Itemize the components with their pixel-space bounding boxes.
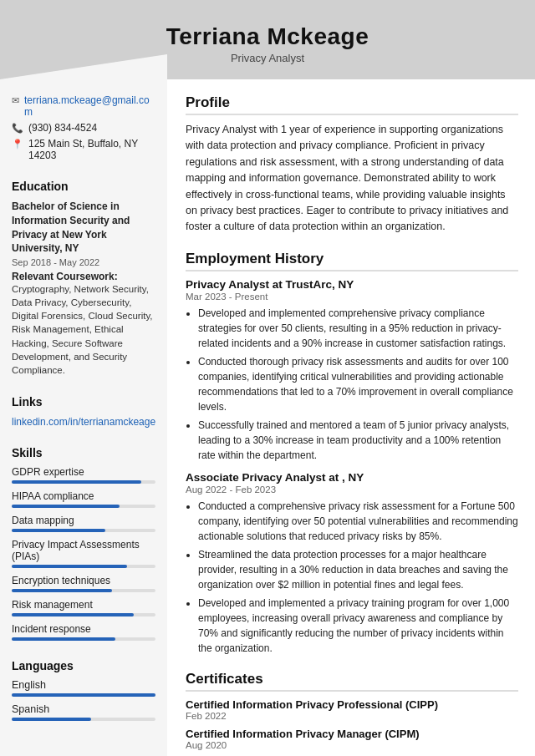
edu-degree: Bachelor of Science in Information Secur… <box>12 200 155 256</box>
skill-bar-bg <box>12 529 155 532</box>
language-label: Spanish <box>12 703 155 715</box>
skill-item: HIPAA compliance <box>12 490 155 508</box>
cert-name: Certified Information Privacy Manager (C… <box>186 728 518 740</box>
profile-section: Profile Privacy Analyst with 1 year of e… <box>186 94 518 236</box>
contact-section: ✉ terriana.mckeage@gmail.com 📞 (930) 834… <box>12 94 155 161</box>
edu-date: Sep 2018 - May 2022 <box>12 257 155 267</box>
skill-bar-bg <box>12 613 155 616</box>
address-contact: 📍 125 Main St, Buffalo, NY 14203 <box>12 138 155 161</box>
job-bullets: Developed and implemented comprehensive … <box>186 306 518 463</box>
email-contact: ✉ terriana.mckeage@gmail.com <box>12 94 155 118</box>
language-item: English <box>12 679 155 697</box>
language-bar-bg <box>12 718 155 721</box>
language-item: Spanish <box>12 703 155 721</box>
skill-bar-fill <box>12 529 105 532</box>
language-bar-bg <box>12 693 155 697</box>
skill-label: GDPR expertise <box>12 466 155 478</box>
skill-item: Incident response <box>12 623 155 641</box>
language-bar-fill <box>12 693 155 697</box>
job-bullet: Developed and implemented a privacy trai… <box>198 596 518 656</box>
education-title: Education <box>12 180 155 193</box>
profile-text: Privacy Analyst with 1 year of experienc… <box>186 122 518 236</box>
skills-list: GDPR expertise HIPAA compliance Data map… <box>12 466 155 641</box>
edu-coursework: Cryptography, Network Security, Data Pri… <box>12 282 155 377</box>
linkedin-link[interactable]: linkedin.com/in/terrianamckeage <box>12 416 155 428</box>
skill-bar-bg <box>12 480 155 484</box>
skills-title: Skills <box>12 446 155 459</box>
skill-bar-fill <box>12 589 112 592</box>
job-bullet: Conducted a comprehensive privacy risk a… <box>198 499 518 544</box>
edu-coursework-label: Relevant Coursework: <box>12 271 155 282</box>
job-bullet: Conducted thorough privacy risk assessme… <box>198 354 518 414</box>
languages-section: Languages English Spanish <box>12 659 155 721</box>
skill-label: Incident response <box>12 623 155 635</box>
jobs-list: Privacy Analyst at TrustArc, NY Mar 2023… <box>186 278 518 656</box>
skill-label: Encryption techniques <box>12 575 155 586</box>
skill-bar-bg <box>12 637 155 641</box>
employment-section-title: Employment History <box>186 251 518 271</box>
sidebar: ✉ terriana.mckeage@gmail.com 📞 (930) 834… <box>0 79 167 756</box>
header-triangle-decoration <box>0 54 167 79</box>
skill-item: Risk management <box>12 599 155 616</box>
job-title: Privacy Analyst at TrustArc, NY <box>186 278 518 291</box>
job-date: Mar 2023 - Present <box>186 292 518 302</box>
languages-list: English Spanish <box>12 679 155 721</box>
skill-label: Risk management <box>12 599 155 611</box>
skill-item: GDPR expertise <box>12 466 155 484</box>
job-entry: Privacy Analyst at TrustArc, NY Mar 2023… <box>186 278 518 463</box>
skills-section: Skills GDPR expertise HIPAA compliance D… <box>12 446 155 641</box>
links-section: Links linkedin.com/in/terrianamckeage <box>12 395 155 428</box>
job-date: Aug 2022 - Feb 2023 <box>186 485 518 495</box>
skill-item: Privacy Impact Assessments (PIAs) <box>12 539 155 568</box>
cert-entry: Certified Information Privacy Profession… <box>186 698 518 721</box>
email-link[interactable]: terriana.mckeage@gmail.com <box>24 94 155 118</box>
email-icon: ✉ <box>12 95 19 106</box>
cert-date: Aug 2020 <box>186 740 518 750</box>
main-content: Profile Privacy Analyst with 1 year of e… <box>167 79 535 756</box>
skill-bar-fill <box>12 637 115 641</box>
skill-bar-fill <box>12 613 134 616</box>
job-entry: Associate Privacy Analyst at , NY Aug 20… <box>186 471 518 656</box>
job-bullets: Conducted a comprehensive privacy risk a… <box>186 499 518 656</box>
skill-bar-fill <box>12 505 120 508</box>
profile-section-title: Profile <box>186 94 518 115</box>
skill-bar-fill <box>12 480 141 484</box>
job-bullet: Streamlined the data protection processe… <box>198 547 518 592</box>
cert-name: Certified Information Privacy Profession… <box>186 698 518 711</box>
education-section: Education Bachelor of Science in Informa… <box>12 180 155 377</box>
language-bar-fill <box>12 718 91 721</box>
skill-label: Data mapping <box>12 515 155 526</box>
job-bullet: Developed and implemented comprehensive … <box>198 306 518 351</box>
employment-section: Employment History Privacy Analyst at Tr… <box>186 251 518 656</box>
candidate-name: Terriana Mckeage <box>17 23 518 50</box>
skill-label: HIPAA compliance <box>12 490 155 502</box>
cert-entry: Certified Information Privacy Manager (C… <box>186 728 518 750</box>
phone-value: (930) 834-4524 <box>28 122 97 134</box>
skill-item: Encryption techniques <box>12 575 155 592</box>
cert-date: Feb 2022 <box>186 711 518 721</box>
skill-bar-fill <box>12 565 127 568</box>
phone-contact: 📞 (930) 834-4524 <box>12 122 155 134</box>
resume-header: Terriana Mckeage Privacy Analyst <box>0 0 535 79</box>
language-label: English <box>12 679 155 691</box>
job-bullet: Successfully trained and mentored a team… <box>198 418 518 463</box>
skill-bar-bg <box>12 505 155 508</box>
phone-icon: 📞 <box>12 123 23 134</box>
skill-bar-bg <box>12 565 155 568</box>
skill-bar-bg <box>12 589 155 592</box>
skill-item: Data mapping <box>12 515 155 532</box>
linkedin-link-item: linkedin.com/in/terrianamckeage <box>12 415 155 428</box>
job-title: Associate Privacy Analyst at , NY <box>186 471 518 484</box>
languages-title: Languages <box>12 659 155 672</box>
certificates-section-title: Certificates <box>186 671 518 692</box>
skill-label: Privacy Impact Assessments (PIAs) <box>12 539 155 562</box>
links-title: Links <box>12 395 155 408</box>
location-icon: 📍 <box>12 139 23 150</box>
address-value: 125 Main St, Buffalo, NY 14203 <box>28 138 155 161</box>
certs-list: Certified Information Privacy Profession… <box>186 698 518 750</box>
main-layout: ✉ terriana.mckeage@gmail.com 📞 (930) 834… <box>0 79 535 756</box>
certificates-section: Certificates Certified Information Priva… <box>186 671 518 750</box>
